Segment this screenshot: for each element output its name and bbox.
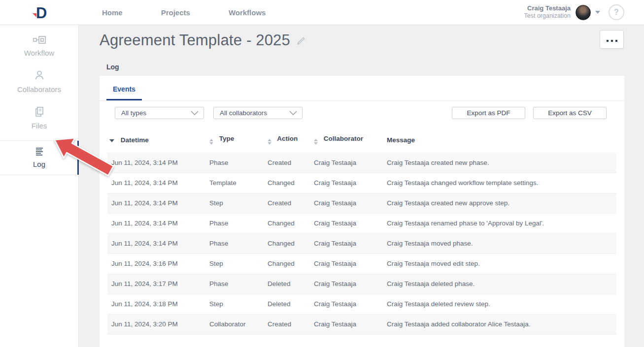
table-row: Jun 11, 2024, 3:14 PMTemplateChangedCrai… [107,173,616,193]
chevron-down-icon [191,111,199,115]
more-options-icon [605,35,618,44]
caret-down-icon[interactable] [595,11,600,14]
cell-collaborator: Craig Testaaja [314,193,387,213]
cell-collaborator: Craig Testaaja [314,274,387,294]
cell-type: Phase [209,153,268,173]
cell-message: Craig Testaaja moved phase. [387,233,616,253]
user-menu[interactable]: Craig Testaaja Test organization ? [524,4,624,20]
cell-action: Changed [268,253,314,274]
sidebar-item-label: Files [32,122,47,130]
log-card: Events All types All collaborators Expor… [100,76,624,347]
sidebar-item-collaborators[interactable]: Collaborators [0,63,78,100]
user-info: Craig Testaaja Test organization [524,4,571,20]
table-row: Jun 11, 2024, 3:14 PMPhaseCreatedCraig T… [107,153,616,173]
column-header-type[interactable]: Type [209,128,268,153]
help-icon: ? [614,8,619,17]
nav-item-workflows[interactable]: Workflows [229,8,266,17]
collaborators-filter-select[interactable]: All collaborators [213,107,303,119]
cell-message: Craig Testaaja created new approve step. [387,193,616,213]
cell-message: Craig Testaaja deleted phase. [387,274,616,294]
cell-collaborator: Craig Testaaja [314,233,387,253]
table-row: Jun 11, 2024, 3:14 PMStepCreatedCraig Te… [107,193,616,213]
table-row: Jun 11, 2024, 3:14 PMPhaseChangedCraig T… [107,233,616,253]
cell-collaborator: Craig Testaaja [314,213,387,233]
nav-item-projects[interactable]: Projects [161,8,190,17]
section-label: Log [106,63,644,71]
cell-collaborator: Craig Testaaja [314,173,387,193]
page-title: Agreement Template - 2025 [100,32,290,49]
table-row: Jun 11, 2024, 3:16 PMStepChangedCraig Te… [107,253,616,274]
cell-action: Changed [268,233,314,253]
column-header-action[interactable]: Action [268,128,314,153]
cell-collaborator: Craig Testaaja [314,153,387,173]
main-nav: Home Projects Workflows [102,8,266,17]
cell-type: Collaborator [209,314,268,334]
cell-action: Deleted [268,274,314,294]
cell-collaborator: Craig Testaaja [314,294,387,314]
cell-datetime: Jun 11, 2024, 3:14 PM [107,193,209,213]
help-button[interactable]: ? [609,4,624,20]
top-navbar: D Home Projects Workflows Craig Testaaja… [0,0,644,25]
cell-type: Step [209,193,268,213]
cell-datetime: Jun 11, 2024, 3:14 PM [107,233,209,253]
column-header-datetime[interactable]: Datetime [107,128,209,153]
cell-datetime: Jun 11, 2024, 3:18 PM [107,294,209,314]
sort-icon [314,139,318,145]
sidebar-item-workflow[interactable]: Workflow [0,29,78,63]
edit-title-icon[interactable] [296,36,306,48]
cell-action: Deleted [268,294,314,314]
chevron-down-icon [289,111,297,115]
sidebar-item-files[interactable]: Files [0,100,78,136]
collaborators-icon [34,70,45,83]
cell-datetime: Jun 11, 2024, 3:14 PM [107,173,209,193]
active-item-indicator [77,141,79,175]
sidebar-item-log[interactable]: Log [0,140,78,175]
sort-icon [209,139,213,145]
cell-action: Created [268,314,314,334]
types-filter-value: All types [121,109,146,117]
cell-type: Phase [209,274,268,294]
types-filter-select[interactable]: All types [115,107,204,119]
cell-message: Craig Testaaja renamed phase to 'Approva… [387,213,616,233]
cell-type: Template [209,173,268,193]
cell-message: Craig Testaaja moved edit step. [387,253,616,274]
nav-item-home[interactable]: Home [102,8,123,17]
log-table-body: Jun 11, 2024, 3:14 PMPhaseCreatedCraig T… [107,153,616,334]
cell-message: Craig Testaaja created new phase. [387,153,616,173]
sidebar-item-label: Log [33,160,45,168]
table-row: Jun 11, 2024, 3:20 PMCollaboratorCreated… [107,314,616,334]
log-icon [34,147,44,158]
cell-datetime: Jun 11, 2024, 3:16 PM [107,253,209,274]
more-options-button[interactable] [600,30,624,49]
collaborators-filter-value: All collaborators [220,109,267,117]
tab-bar: Events [100,76,624,101]
main-content: Agreement Template - 2025 Log Events All… [79,25,644,347]
export-pdf-button[interactable]: Export as PDF [452,107,525,119]
table-row: Jun 11, 2024, 3:17 PMPhaseDeletedCraig T… [107,274,616,294]
cell-collaborator: Craig Testaaja [314,314,387,334]
cell-datetime: Jun 11, 2024, 3:17 PM [107,274,209,294]
app-logo[interactable]: D [0,3,79,22]
cell-type: Phase [209,213,268,233]
table-row: Jun 11, 2024, 3:18 PMStepDeletedCraig Te… [107,294,616,314]
user-organization: Test organization [524,12,571,20]
logo-icon: D [28,3,51,22]
logo-letter: D [36,4,47,22]
user-name: Craig Testaaja [524,4,571,12]
export-csv-button[interactable]: Export as CSV [533,107,607,119]
cell-collaborator: Craig Testaaja [314,253,387,274]
tab-events[interactable]: Events [106,78,142,100]
table-row: Jun 11, 2024, 3:14 PMPhaseChangedCraig T… [107,213,616,233]
column-header-collaborator[interactable]: Collaborator [314,128,387,153]
cell-type: Step [209,294,268,314]
cell-action: Changed [268,213,314,233]
cell-datetime: Jun 11, 2024, 3:14 PM [107,153,209,173]
cell-action: Changed [268,173,314,193]
files-icon [34,106,45,119]
column-header-message: Message [387,128,616,153]
sidebar: Workflow Collaborators Files [0,25,79,347]
cell-datetime: Jun 11, 2024, 3:14 PM [107,213,209,233]
avatar[interactable] [576,5,591,20]
filter-row: All types All collaborators Export as PD… [115,107,607,119]
log-table: Datetime Type Action Collaborator [107,128,616,335]
